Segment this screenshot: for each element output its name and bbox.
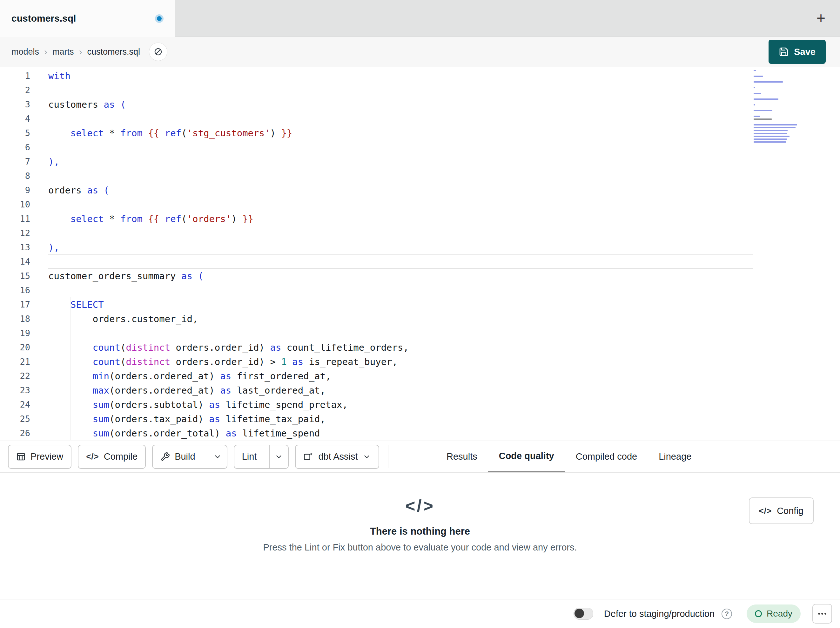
code-text: count(distinct orders.order_id) as count… [48,342,409,353]
line-number: 19 [0,328,30,338]
code-text: count(distinct orders.order_id) > 1 as i… [48,356,398,367]
line-number: 24 [0,400,30,410]
line-number: 12 [0,228,30,238]
code-line-3[interactable]: 3customers as ( [0,97,840,111]
code-text: sum(orders.tax_paid) as lifetime_tax_pai… [48,414,325,424]
results-tabs: Results Code quality Compiled code Linea… [436,441,702,472]
preview-button[interactable]: Preview [8,445,71,469]
code-line-9[interactable]: 9orders as ( [0,183,840,197]
line-number: 26 [0,428,30,438]
code-text: ), [48,156,59,167]
code-line-24[interactable]: 24 sum(orders.subtotal) as lifetime_spen… [0,397,840,412]
code-icon: </> [0,496,840,516]
preview-button-label: Preview [30,451,63,462]
save-icon [779,47,789,57]
code-line-6[interactable]: 6 [0,140,840,154]
code-text: customer_orders_summary as ( [48,270,204,282]
code-line-15[interactable]: 15customer_orders_summary as ( [0,269,840,283]
save-button-label: Save [794,47,816,57]
code-line-22[interactable]: 22 min(orders.ordered_at) as first_order… [0,369,840,383]
line-number: 16 [0,285,30,295]
tab-lineage[interactable]: Lineage [648,441,702,472]
code-line-17[interactable]: 17 SELECT [0,297,840,312]
build-dropdown-button[interactable] [208,445,227,468]
chevron-right-icon: › [44,47,47,57]
build-button-main[interactable]: Build [153,445,203,468]
code-text: with [48,71,71,81]
code-line-12[interactable]: 12 [0,226,840,240]
config-button[interactable]: </> Config [749,497,814,524]
code-line-13[interactable]: 13), [0,240,840,255]
code-line-26[interactable]: 26 sum(orders.order_total) as lifetime_s… [0,426,840,440]
code-line-8[interactable]: 8 [0,169,840,183]
save-button[interactable]: Save [769,40,826,64]
code-icon: </> [759,506,772,516]
minimap[interactable] [754,70,802,144]
code-line-7[interactable]: 7), [0,154,840,169]
code-line-18[interactable]: 18 orders.customer_id, [0,312,840,326]
sparkle-icon [303,452,313,462]
lint-button-main[interactable]: Lint [234,445,265,468]
code-line-16[interactable]: 16 [0,283,840,297]
minimap-line [754,130,788,131]
minimap-line [754,136,789,137]
line-number: 4 [0,114,30,123]
compile-button[interactable]: </> Compile [78,445,146,469]
table-icon [16,452,26,462]
line-number: 3 [0,100,30,109]
status-bar: Defer to staging/production ? Ready [0,599,840,628]
chevron-right-icon: › [79,47,82,57]
lint-dropdown-button[interactable] [269,445,288,468]
tab-customers-sql[interactable]: customers.sql [0,0,175,37]
code-line-1[interactable]: 1with [0,69,840,83]
ellipsis-icon [817,608,827,619]
minimap-line [754,70,756,71]
code-line-19[interactable]: 19 [0,326,840,340]
code-line-20[interactable]: 20 count(distinct orders.order_id) as co… [0,340,840,354]
code-lines: 1with23customers as (45 select * from {{… [0,67,840,440]
line-number: 9 [0,185,30,195]
line-number: 17 [0,299,30,309]
code-line-4[interactable]: 4 [0,111,840,126]
dbt-assist-button[interactable]: dbt Assist [295,445,379,469]
code-text [48,255,753,269]
empty-state-title: There is nothing here [0,526,840,537]
file-action-button[interactable] [149,43,167,61]
code-line-21[interactable]: 21 count(distinct orders.order_id) > 1 a… [0,354,840,369]
line-number: 8 [0,171,30,181]
line-number: 18 [0,314,30,324]
code-line-10[interactable]: 10 [0,197,840,212]
code-line-5[interactable]: 5 select * from {{ ref('stg_customers') … [0,126,840,140]
chevron-down-icon [275,452,283,461]
chevron-down-icon [363,452,371,461]
defer-toggle[interactable] [573,607,593,620]
help-icon[interactable]: ? [722,609,732,619]
new-tab-button[interactable]: + [811,8,831,28]
code-line-25[interactable]: 25 sum(orders.tax_paid) as lifetime_tax_… [0,412,840,426]
breadcrumb-models[interactable]: models [11,47,39,57]
minimap-line [754,98,778,100]
code-text: select * from {{ ref('stg_customers') }} [48,128,292,139]
breadcrumb-marts[interactable]: marts [52,47,74,57]
code-line-11[interactable]: 11 select * from {{ ref('orders') }} [0,212,840,226]
code-text: orders as ( [48,185,109,196]
tab-code-quality[interactable]: Code quality [488,441,565,472]
overflow-menu-button[interactable] [812,604,832,623]
line-number: 13 [0,242,30,252]
tab-results[interactable]: Results [436,441,488,472]
build-button-label: Build [175,451,195,462]
empty-state-subtitle: Press the Lint or Fix button above to ev… [0,542,840,553]
unsaved-indicator-dot [155,14,164,23]
line-number: 14 [0,257,30,267]
minimap-line [754,87,755,88]
code-text: max(orders.ordered_at) as last_ordered_a… [48,385,325,396]
code-editor[interactable]: 1with23customers as (45 select * from {{… [0,67,840,441]
toolbar-divider [388,445,388,468]
code-line-14[interactable]: 14 [0,255,840,269]
tab-compiled-code[interactable]: Compiled code [565,441,648,472]
code-text: sum(orders.order_total) as lifetime_spen… [48,428,320,439]
code-line-23[interactable]: 23 max(orders.ordered_at) as last_ordere… [0,383,840,397]
minimap-line [754,104,755,106]
lint-button: Lint [234,445,289,469]
code-line-2[interactable]: 2 [0,83,840,97]
